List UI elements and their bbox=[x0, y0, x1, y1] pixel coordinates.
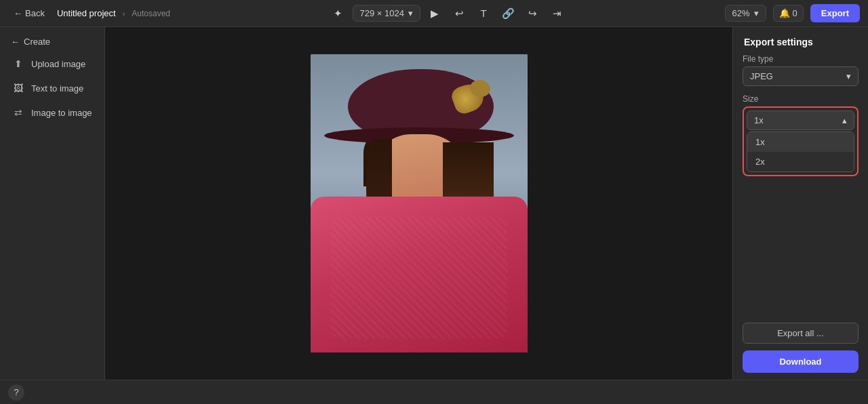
project-dropdown-icon[interactable]: › bbox=[123, 9, 125, 18]
right-panel: Export settings File type JPEG ▾ Size 1x… bbox=[732, 27, 868, 380]
create-label: Create bbox=[24, 37, 50, 47]
zoom-selector[interactable]: 62% ▾ bbox=[725, 5, 766, 22]
forward-icon[interactable]: ⇥ bbox=[547, 3, 567, 24]
upload-image-label: Upload image bbox=[31, 59, 85, 69]
left-sidebar: ← Create ⬆ Upload image 🖼 Text to image … bbox=[0, 27, 105, 380]
topbar-left: ← Back Untitled project › Autosaved bbox=[8, 5, 170, 21]
notifications-button[interactable]: 🔔 0 bbox=[773, 5, 804, 22]
image-to-image-icon: ⇄ bbox=[12, 106, 24, 119]
canvas-area[interactable] bbox=[105, 27, 732, 380]
help-icon: ? bbox=[14, 387, 18, 397]
export-settings-title: Export settings bbox=[733, 27, 868, 54]
size-label: Size bbox=[743, 94, 859, 104]
export-button[interactable]: Export bbox=[810, 4, 860, 22]
size-field-wrapper: 1x ▴ 1x 2x bbox=[743, 106, 859, 176]
main-area: ← Create ⬆ Upload image 🖼 Text to image … bbox=[0, 27, 868, 380]
notifications-count: 0 bbox=[793, 8, 797, 18]
dimensions-selector[interactable]: 729 × 1024 ▾ bbox=[353, 5, 420, 22]
file-type-label: File type bbox=[743, 54, 859, 64]
magic-tool-icon[interactable]: ✦ bbox=[328, 3, 349, 24]
upload-image-icon: ⬆ bbox=[12, 58, 24, 70]
topbar: ← Back Untitled project › Autosaved ✦ 72… bbox=[0, 0, 868, 27]
help-button[interactable]: ? bbox=[8, 384, 24, 401]
size-option-2x[interactable]: 2x bbox=[747, 152, 854, 171]
sidebar-item-text-to-image[interactable]: 🖼 Text to image bbox=[5, 77, 99, 100]
dimensions-dropdown-icon: ▾ bbox=[408, 8, 413, 18]
image-to-image-label: Image to image bbox=[31, 108, 92, 118]
size-selected-value: 1x bbox=[754, 115, 764, 125]
text-icon[interactable]: T bbox=[473, 3, 494, 24]
file-type-select[interactable]: JPEG ▾ bbox=[743, 66, 859, 86]
sidebar-create-header: ← Create bbox=[5, 33, 99, 51]
topbar-right: 62% ▾ 🔔 0 Export bbox=[725, 4, 860, 22]
download-button[interactable]: Download bbox=[743, 350, 859, 373]
link-icon[interactable]: 🔗 bbox=[498, 3, 518, 24]
autosaved-label: Autosaved bbox=[132, 9, 170, 18]
back-arrow-icon: ← bbox=[14, 8, 22, 18]
dimensions-value: 729 × 1024 bbox=[360, 8, 404, 18]
file-type-value: JPEG bbox=[750, 71, 773, 81]
project-name[interactable]: Untitled project bbox=[57, 8, 116, 18]
text-to-image-label: Text to image bbox=[31, 83, 83, 94]
size-dropdown-icon: ▴ bbox=[842, 115, 847, 125]
file-type-field: File type JPEG ▾ bbox=[743, 54, 859, 86]
create-arrow-icon: ← bbox=[11, 37, 20, 47]
size-field: Size 1x ▴ 1x 2x bbox=[743, 94, 859, 176]
size-dropdown: 1x 2x bbox=[747, 132, 854, 172]
sidebar-item-upload-image[interactable]: ⬆ Upload image bbox=[5, 52, 99, 75]
zoom-dropdown-icon: ▾ bbox=[754, 8, 759, 18]
file-type-dropdown-icon: ▾ bbox=[846, 71, 851, 81]
export-settings-body: File type JPEG ▾ Size 1x ▴ 1x bbox=[733, 54, 868, 323]
zoom-value: 62% bbox=[732, 8, 750, 18]
sidebar-item-image-to-image[interactable]: ⇄ Image to image bbox=[5, 101, 99, 124]
canvas-image bbox=[311, 54, 528, 352]
undo-icon[interactable]: ↩ bbox=[449, 3, 469, 24]
topbar-center: ✦ 729 × 1024 ▾ ▶ ↩ T 🔗 ↪ ⇥ bbox=[328, 3, 567, 24]
export-all-button[interactable]: Export all ... bbox=[743, 323, 859, 344]
bottom-bar: ? bbox=[0, 380, 868, 404]
bell-icon: 🔔 bbox=[779, 8, 790, 18]
size-select[interactable]: 1x ▴ bbox=[747, 110, 854, 130]
redo-icon2[interactable]: ↪ bbox=[522, 3, 542, 24]
text-to-image-icon: 🖼 bbox=[12, 82, 24, 94]
play-icon[interactable]: ▶ bbox=[425, 3, 445, 24]
size-option-1x[interactable]: 1x bbox=[747, 132, 854, 152]
back-button[interactable]: ← Back bbox=[8, 5, 50, 21]
back-label: Back bbox=[25, 8, 45, 18]
